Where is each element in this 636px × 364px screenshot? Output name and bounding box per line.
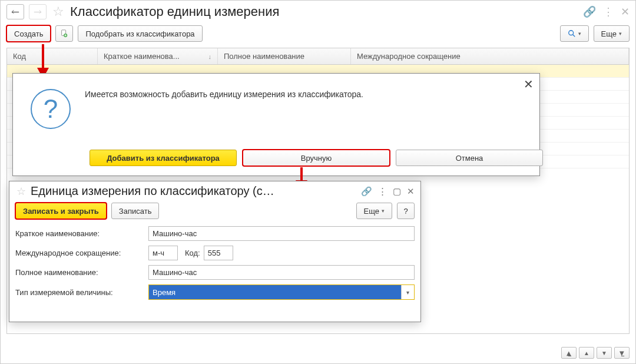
scroll-down-button[interactable]: ▼ (597, 347, 612, 359)
form-body: Краткое наименование: Международное сокр… (9, 223, 420, 308)
cancel-button[interactable]: Отмена (396, 150, 543, 166)
label-short-name: Краткое наименование: (15, 229, 145, 238)
add-manual-button[interactable]: Вручную (243, 150, 390, 166)
th-intl-abbrev[interactable]: Международное сокращение (351, 48, 629, 64)
close-icon[interactable]: ✕ (407, 186, 415, 197)
titlebar: 🡐 🡒 ☆ Классификатор единиц измерения 🔗 ⋮… (1, 1, 635, 23)
create-from-template-button[interactable] (55, 25, 73, 42)
document-plus-icon (60, 29, 68, 38)
more-vert-icon[interactable]: ⋮ (603, 5, 614, 18)
dialog-message: Имеется возможность добавить единицу изм… (85, 89, 363, 101)
th-short-name[interactable]: Краткое наименова... ↓ (98, 48, 218, 64)
question-icon: ? (31, 89, 71, 129)
label-code: Код: (185, 249, 200, 257)
svg-point-2 (568, 31, 573, 35)
window-title: Классификатор единиц измерения (70, 4, 279, 19)
select-value: Время (149, 285, 401, 299)
scroll-up-button[interactable]: ▲ (579, 347, 594, 359)
dialog-close-icon[interactable]: ✕ (524, 77, 534, 91)
link-icon[interactable]: 🔗 (583, 5, 596, 18)
save-and-close-button[interactable]: Записать и закрыть (15, 203, 107, 219)
help-button[interactable]: ? (397, 203, 415, 219)
label-intl-abbrev: Международное сокращение: (15, 249, 145, 257)
form-titlebar: ☆ Единица измерения по классификатору (с… (9, 181, 420, 199)
save-button[interactable]: Записать (111, 203, 160, 219)
form-more-label: Еще (364, 207, 379, 216)
more-label: Еще (601, 29, 617, 38)
scroll-top-button[interactable]: ▲̲ (561, 347, 577, 359)
search-button[interactable]: ▾ (560, 25, 589, 42)
more-vert-icon[interactable]: ⋮ (378, 186, 387, 197)
maximize-icon[interactable]: ▢ (393, 186, 401, 197)
main-window: 🡐 🡒 ☆ Классификатор единиц измерения 🔗 ⋮… (0, 0, 636, 364)
link-icon[interactable]: 🔗 (361, 186, 372, 197)
more-button[interactable]: Еще ▾ (594, 25, 630, 42)
search-icon (568, 29, 576, 38)
chevron-down-icon[interactable]: ▾ (401, 285, 414, 299)
svg-line-3 (572, 35, 575, 37)
nav-back-button[interactable]: 🡐 (6, 4, 24, 19)
form-toolbar: Записать и закрыть Записать Еще ▾ ? (9, 199, 420, 223)
th-full-name[interactable]: Полное наименование (218, 48, 351, 64)
sort-asc-icon: ↓ (208, 53, 212, 60)
input-intl-abbrev[interactable] (148, 246, 178, 260)
unit-form-dialog: ☆ Единица измерения по классификатору (с… (9, 181, 421, 322)
th-code[interactable]: Код (7, 48, 98, 64)
window-close-icon[interactable]: ✕ (621, 5, 630, 18)
favorite-star-icon[interactable]: ☆ (16, 185, 26, 198)
pick-from-classifier-button[interactable]: Подобрать из классификатора (78, 25, 202, 42)
label-full-name: Полное наименование: (15, 268, 145, 277)
add-method-dialog: ✕ ? Имеется возможность добавить единицу… (12, 73, 540, 176)
th-short-name-label: Краткое наименова... (104, 52, 180, 61)
add-from-classifier-button[interactable]: Добавить из классификатора (90, 150, 237, 166)
scroll-controls: ▲̲ ▲ ▼ ▼̲ (561, 347, 630, 359)
input-code[interactable] (204, 246, 233, 260)
favorite-star-icon[interactable]: ☆ (52, 4, 64, 19)
table-header-row: Код Краткое наименова... ↓ Полное наимен… (7, 48, 629, 65)
scroll-bottom-button[interactable]: ▼̲ (614, 347, 630, 359)
nav-forward-button[interactable]: 🡒 (29, 4, 47, 19)
select-measure-type[interactable]: Время ▾ (148, 284, 415, 300)
label-measure-type: Тип измеряемой величины: (15, 288, 145, 297)
form-more-button[interactable]: Еще ▾ (356, 203, 392, 219)
toolbar: Создать Подобрать из классификатора ▾ Ещ… (1, 23, 635, 48)
input-full-name[interactable] (148, 265, 415, 280)
create-button[interactable]: Создать (6, 25, 51, 42)
input-short-name[interactable] (148, 226, 415, 241)
form-title: Единица измерения по классификатору (с… (31, 184, 357, 198)
